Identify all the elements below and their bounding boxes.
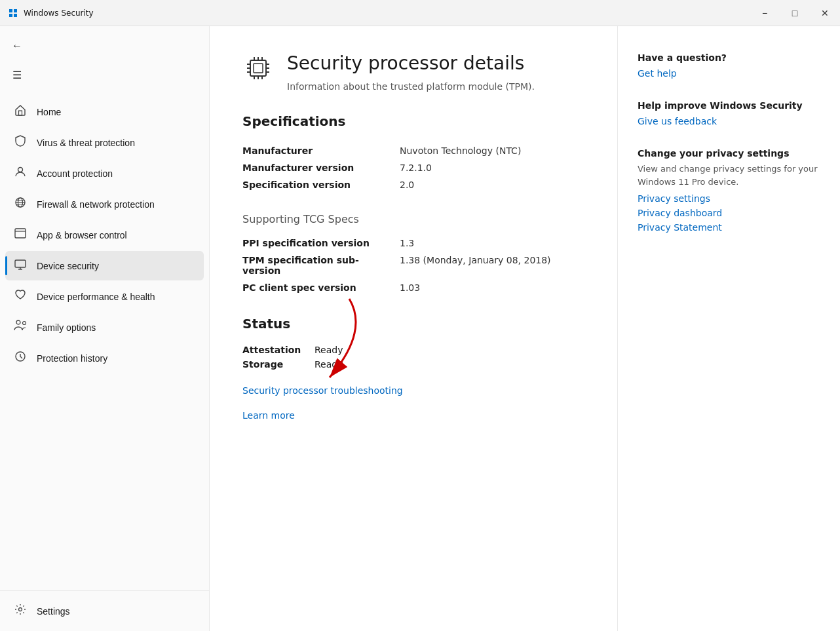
svg-rect-0	[9, 9, 12, 12]
sidebar-item-settings[interactable]: Settings	[5, 596, 204, 626]
title-bar-title: Windows Security	[24, 9, 94, 18]
spec-value: 2.0	[400, 176, 584, 193]
minimize-button[interactable]: −	[750, 0, 780, 26]
page-header-text: Security processor details Information a…	[287, 52, 535, 94]
svg-rect-3	[14, 14, 17, 17]
title-bar: Windows Security − □ ✕	[0, 0, 840, 26]
sidebar: ← ☰ Home	[0, 26, 210, 631]
feedback-link[interactable]: Give us feedback	[638, 116, 717, 126]
specs-title: Specifications	[242, 113, 584, 129]
privacy-desc: View and change privacy settings for you…	[638, 163, 820, 188]
privacy-dashboard-link[interactable]: Privacy dashboard	[638, 208, 820, 218]
get-help-link[interactable]: Get help	[638, 68, 677, 79]
app-icon	[8, 8, 18, 18]
sidebar-item-family[interactable]: Family options	[5, 313, 204, 342]
account-icon	[13, 165, 28, 182]
title-bar-controls: − □ ✕	[750, 0, 840, 26]
back-icon: ←	[12, 40, 22, 52]
content-area: Security processor details Information a…	[210, 26, 617, 631]
storage-value: Ready	[315, 359, 343, 370]
firewall-icon	[13, 196, 28, 212]
sidebar-bottom: Settings	[0, 590, 209, 631]
svg-rect-4	[19, 111, 22, 115]
sidebar-item-home-label: Home	[37, 107, 61, 117]
troubleshoot-link[interactable]: Security processor troubleshooting	[242, 385, 584, 396]
sidebar-item-firewall-label: Firewall & network protection	[37, 199, 155, 210]
sidebar-item-device-security[interactable]: Device security	[5, 251, 204, 280]
spec-value: 1.38 (Monday, January 08, 2018)	[400, 252, 584, 279]
settings-icon	[13, 603, 28, 619]
main-content: Security processor details Information a…	[210, 26, 840, 631]
sidebar-item-browser[interactable]: App & browser control	[5, 220, 204, 250]
table-row: Manufacturer version 7.2.1.0	[242, 159, 584, 176]
sidebar-item-home[interactable]: Home	[5, 97, 204, 126]
spec-value: 1.3	[400, 235, 584, 252]
back-button[interactable]: ←	[5, 34, 29, 58]
maximize-button[interactable]: □	[780, 0, 810, 26]
spec-label: TPM specification sub-version	[242, 252, 400, 279]
spec-label: Manufacturer version	[242, 159, 400, 176]
page-title: Security processor details	[287, 52, 535, 75]
sidebar-item-account-label: Account protection	[37, 168, 113, 179]
home-icon	[13, 104, 28, 120]
svg-rect-9	[15, 229, 26, 238]
attestation-label: Attestation	[242, 345, 301, 355]
status-row-storage: Storage Ready	[242, 359, 343, 370]
svg-point-17	[19, 608, 22, 611]
sidebar-item-history[interactable]: Protection history	[5, 343, 204, 373]
health-icon	[13, 288, 28, 305]
attestation-value: Ready	[315, 345, 343, 355]
improve-title: Help improve Windows Security	[638, 100, 820, 111]
spec-value: 1.03	[400, 279, 584, 296]
svg-rect-2	[9, 14, 12, 17]
sidebar-item-family-label: Family options	[37, 322, 96, 333]
storage-label: Storage	[242, 359, 301, 370]
table-row: TPM specification sub-version 1.38 (Mond…	[242, 252, 584, 279]
svg-rect-11	[15, 260, 26, 267]
sidebar-item-browser-label: App & browser control	[37, 230, 127, 240]
learn-more-link[interactable]: Learn more	[242, 410, 295, 421]
sidebar-item-virus[interactable]: Virus & threat protection	[5, 128, 204, 157]
supporting-tcg-label: Supporting TCG Specs	[242, 213, 584, 225]
sidebar-item-settings-label: Settings	[37, 606, 70, 617]
question-title: Have a question?	[638, 52, 820, 63]
privacy-section: Change your privacy settings View and ch…	[638, 148, 820, 233]
privacy-settings-link[interactable]: Privacy settings	[638, 193, 820, 204]
svg-point-14	[16, 320, 20, 324]
page-subtitle: Information about the trusted platform m…	[287, 80, 535, 94]
status-row-attestation: Attestation Ready	[242, 345, 343, 355]
spec-label: Specification version	[242, 176, 400, 193]
sidebar-nav: Home Virus & threat protection	[0, 92, 209, 590]
table-row: Specification version 2.0	[242, 176, 584, 193]
table-row: PC client spec version 1.03	[242, 279, 584, 296]
sidebar-item-device-health-label: Device performance & health	[37, 292, 155, 302]
sidebar-item-device-security-label: Device security	[37, 261, 99, 271]
spec-label: Manufacturer	[242, 142, 400, 159]
close-button[interactable]: ✕	[810, 0, 840, 26]
svg-point-5	[18, 168, 23, 172]
page-header: Security processor details Information a…	[242, 52, 584, 94]
specs-table: Manufacturer Nuvoton Technology (NTC) Ma…	[242, 142, 584, 193]
title-bar-left: Windows Security	[8, 8, 94, 18]
sidebar-item-firewall[interactable]: Firewall & network protection	[5, 189, 204, 219]
menu-button[interactable]: ☰	[5, 63, 29, 86]
sidebar-item-history-label: Protection history	[37, 353, 107, 364]
privacy-statement-link[interactable]: Privacy Statement	[638, 222, 820, 233]
status-section: Status Attestation Ready Storage Ready	[242, 316, 584, 373]
privacy-title: Change your privacy settings	[638, 148, 820, 159]
history-icon	[13, 350, 28, 366]
svg-rect-19	[254, 64, 263, 73]
status-title: Status	[242, 316, 584, 332]
sidebar-item-device-health[interactable]: Device performance & health	[5, 282, 204, 311]
family-icon	[13, 319, 28, 335]
shield-icon	[13, 134, 28, 151]
spec-label: PPI specification version	[242, 235, 400, 252]
have-a-question-section: Have a question? Get help	[638, 52, 820, 79]
svg-rect-1	[14, 9, 17, 12]
table-row: PPI specification version 1.3	[242, 235, 584, 252]
improve-windows-section: Help improve Windows Security Give us fe…	[638, 100, 820, 127]
sidebar-top: ← ☰	[0, 26, 209, 92]
table-row: Manufacturer Nuvoton Technology (NTC)	[242, 142, 584, 159]
sidebar-item-account[interactable]: Account protection	[5, 159, 204, 188]
device-icon	[13, 258, 28, 274]
